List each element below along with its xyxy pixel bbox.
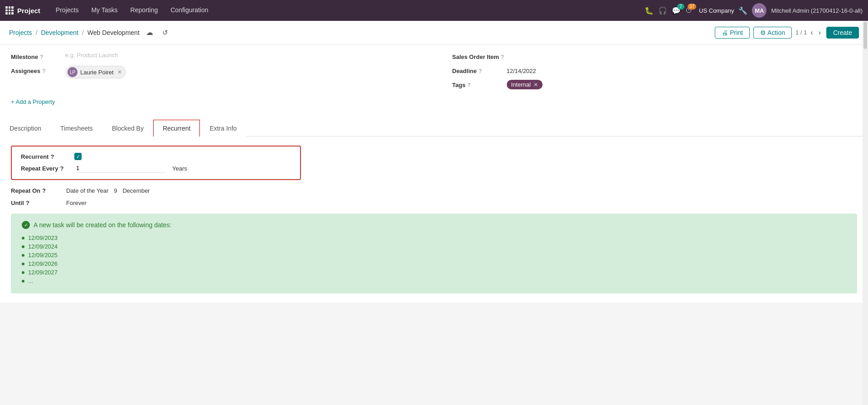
- menu-projects[interactable]: Projects: [49, 0, 85, 21]
- date-item-4: 12/09/2027: [22, 269, 846, 276]
- milestone-row: Milestone ? e.g. Product Launch: [11, 52, 416, 60]
- date-bullet-1: [22, 245, 24, 248]
- recurrent-field-label: Recurrent ?: [21, 153, 71, 160]
- refresh-icon[interactable]: ↺: [160, 27, 171, 39]
- app-brand[interactable]: Project: [5, 6, 40, 15]
- date-item-3: 12/09/2026: [22, 260, 846, 267]
- timer-icon[interactable]: ⏱ 37: [685, 6, 693, 15]
- date-bullet-3: [22, 263, 24, 265]
- chat-badge: 7: [677, 4, 684, 10]
- scrollbar-thumb[interactable]: [863, 22, 867, 49]
- repeat-every-label: Repeat Every ?: [21, 165, 71, 172]
- dates-box-title-text: A new task will be created on the follow…: [34, 221, 171, 229]
- breadcrumb-sep-1: /: [36, 29, 38, 36]
- breadcrumb-development[interactable]: Development: [41, 29, 78, 36]
- repeat-on-type[interactable]: Date of the Year: [66, 187, 108, 194]
- page-navigation: 1 / 1 ‹ ›: [795, 28, 823, 38]
- date-bullet-5: [22, 280, 24, 283]
- deadline-label: Deadline ?: [452, 66, 507, 74]
- breadcrumb-actions: 🖨 Print ⚙ Action 1 / 1 ‹ › Create: [715, 27, 859, 39]
- company-name: US Company: [699, 7, 734, 14]
- recurrent-check-row: Recurrent ?: [21, 153, 291, 160]
- date-value-4: 12/09/2027: [28, 269, 58, 276]
- assignees-label: Assignees ?: [11, 66, 65, 74]
- breadcrumb-bar: Projects / Development / Web Development…: [0, 21, 868, 44]
- add-property-label: + Add a Property: [11, 98, 55, 105]
- dates-preview-box: ✓ A new task will be created on the foll…: [11, 214, 857, 293]
- date-item-0: 12/09/2023: [22, 234, 846, 241]
- menu-configuration[interactable]: Configuration: [164, 0, 214, 21]
- sales-order-help-icon[interactable]: ?: [501, 54, 504, 60]
- milestone-help-icon[interactable]: ?: [40, 54, 43, 60]
- tab-extra-info[interactable]: Extra Info: [200, 120, 246, 137]
- breadcrumb-sep-2: /: [82, 29, 84, 36]
- recurrent-tab-content: Recurrent ? Repeat Every ? Years Repeat …: [0, 137, 868, 303]
- form-left-col: Milestone ? e.g. Product Launch Assignee…: [11, 52, 434, 95]
- add-property-button[interactable]: + Add a Property: [11, 98, 857, 105]
- repeat-every-row: Repeat Every ? Years: [21, 164, 291, 173]
- repeat-on-month[interactable]: December: [122, 187, 150, 194]
- menu-reporting[interactable]: Reporting: [124, 0, 165, 21]
- grid-icon: [5, 6, 14, 15]
- headset-icon[interactable]: 🎧: [658, 6, 667, 15]
- milestone-placeholder[interactable]: e.g. Product Launch: [65, 52, 118, 59]
- tag-remove-icon[interactable]: ✕: [533, 82, 538, 88]
- date-value-3: 12/09/2026: [28, 260, 58, 267]
- repeat-on-label: Repeat On ?: [11, 187, 61, 194]
- recurrent-checkbox[interactable]: [74, 153, 82, 160]
- next-record-button[interactable]: ›: [817, 28, 823, 38]
- repeat-on-day[interactable]: 9: [114, 187, 117, 194]
- repeat-on-help-icon[interactable]: ?: [42, 187, 46, 194]
- dates-list: 12/09/2023 12/09/2024 12/09/2025 12/09/2…: [22, 234, 846, 284]
- date-item-2: 12/09/2025: [22, 252, 846, 259]
- deadline-help-icon[interactable]: ?: [479, 68, 482, 74]
- recurrent-settings-box: Recurrent ? Repeat Every ? Years: [11, 146, 301, 180]
- chat-icon[interactable]: 💬 7: [672, 6, 681, 15]
- assignees-help-icon[interactable]: ?: [42, 68, 45, 74]
- form-two-col: Milestone ? e.g. Product Launch Assignee…: [11, 52, 857, 95]
- bug-icon[interactable]: 🐛: [645, 6, 654, 15]
- sales-order-label: Sales Order Item ?: [452, 52, 507, 60]
- dates-box-title: ✓ A new task will be created on the foll…: [22, 221, 846, 229]
- until-value[interactable]: Forever: [66, 200, 87, 206]
- date-value-0: 12/09/2023: [28, 234, 58, 241]
- tags-row: Tags ? Internal ✕: [452, 80, 858, 89]
- repeat-every-help-icon[interactable]: ?: [60, 165, 63, 172]
- timer-badge: 37: [688, 4, 696, 10]
- menu-my-tasks[interactable]: My Tasks: [85, 0, 124, 21]
- main-menu: Projects My Tasks Reporting Configuratio…: [49, 0, 215, 21]
- breadcrumb-current: Web Development: [87, 29, 140, 36]
- repeat-on-row: Repeat On ? Date of the Year 9 December: [11, 187, 857, 194]
- app-title: Project: [17, 7, 40, 15]
- assignee-remove-icon[interactable]: ✕: [117, 69, 122, 75]
- prev-record-button[interactable]: ‹: [809, 28, 815, 38]
- user-name: Mitchell Admin (21700412-16-0-all): [771, 7, 863, 14]
- action-button[interactable]: ⚙ Action: [753, 27, 792, 39]
- date-value-1: 12/09/2024: [28, 243, 58, 250]
- topnav-actions: 🐛 🎧 💬 7 ⏱ 37 US Company 🔧 MA Mitchell Ad…: [645, 3, 863, 18]
- deadline-value[interactable]: 12/14/2022: [507, 66, 536, 74]
- avatar[interactable]: MA: [752, 3, 766, 18]
- tags-help-icon[interactable]: ?: [467, 82, 470, 88]
- create-button[interactable]: Create: [826, 27, 859, 39]
- recurrent-help-icon[interactable]: ?: [50, 153, 54, 160]
- repeat-every-input[interactable]: [74, 164, 165, 173]
- cloud-upload-icon[interactable]: ☁: [143, 26, 156, 39]
- repeat-every-unit: Years: [172, 165, 187, 172]
- tab-description[interactable]: Description: [0, 120, 51, 137]
- tab-timesheets[interactable]: Timesheets: [51, 120, 102, 137]
- tab-blocked-by[interactable]: Blocked By: [102, 120, 153, 137]
- date-value-2: 12/09/2025: [28, 252, 58, 259]
- breadcrumb-projects[interactable]: Projects: [9, 29, 32, 36]
- assignee-avatar: LP: [68, 67, 78, 77]
- until-help-icon[interactable]: ?: [26, 200, 29, 206]
- tags-label: Tags ?: [452, 80, 507, 88]
- date-bullet-4: [22, 271, 24, 274]
- settings-icon[interactable]: 🔧: [738, 6, 747, 15]
- scrollbar[interactable]: [863, 21, 868, 303]
- form-right-col: Sales Order Item ? Deadline ? 12/14/2022…: [434, 52, 858, 95]
- sales-order-row: Sales Order Item ?: [452, 52, 858, 60]
- print-button[interactable]: 🖨 Print: [715, 27, 750, 39]
- tab-recurrent[interactable]: Recurrent: [153, 120, 200, 137]
- top-navigation: Project Projects My Tasks Reporting Conf…: [0, 0, 868, 21]
